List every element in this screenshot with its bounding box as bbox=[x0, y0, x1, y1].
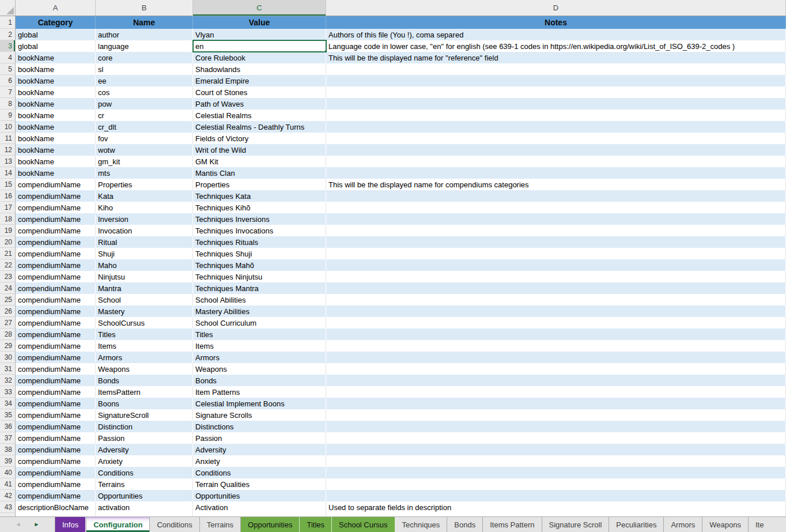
cell-A38[interactable]: compendiumName bbox=[16, 444, 96, 455]
cell-C8[interactable]: Path of Waves bbox=[193, 98, 326, 110]
cell-D23[interactable] bbox=[326, 271, 786, 282]
cell-B12[interactable]: wotw bbox=[96, 144, 193, 156]
row-header-36[interactable]: 36 bbox=[0, 421, 16, 432]
row-header-7[interactable]: 7 bbox=[0, 86, 16, 98]
cell-A23[interactable]: compendiumName bbox=[16, 271, 96, 282]
cell-A26[interactable]: compendiumName bbox=[16, 305, 96, 317]
row-header-11[interactable]: 11 bbox=[0, 133, 16, 144]
column-header-a[interactable]: A bbox=[16, 0, 96, 16]
row-header-35[interactable]: 35 bbox=[0, 409, 16, 421]
cell-B19[interactable]: Invocation bbox=[96, 225, 193, 236]
cell-C21[interactable]: Techniques Shuji bbox=[193, 248, 326, 259]
sheet-tab-bonds[interactable]: Bonds bbox=[447, 517, 483, 532]
row-header-26[interactable]: 26 bbox=[0, 305, 16, 317]
row-header-4[interactable]: 4 bbox=[0, 52, 16, 63]
select-all-corner[interactable] bbox=[0, 0, 16, 16]
cell-C26[interactable]: Mastery Abilities bbox=[193, 305, 326, 317]
cell-B20[interactable]: Ritual bbox=[96, 236, 193, 248]
cell-C10[interactable]: Celestial Realms - Deathly Turns bbox=[193, 121, 326, 133]
sheet-tab-titles[interactable]: Titles bbox=[300, 517, 332, 532]
row-header-6[interactable]: 6 bbox=[0, 75, 16, 86]
cell-C14[interactable]: Mantis Clan bbox=[193, 167, 326, 179]
cell-B37[interactable]: Passion bbox=[96, 432, 193, 444]
cell-D31[interactable] bbox=[326, 363, 786, 375]
cell-A4[interactable]: bookName bbox=[16, 52, 96, 63]
cell-A19[interactable]: compendiumName bbox=[16, 225, 96, 236]
cell-B35[interactable]: SignatureScroll bbox=[96, 409, 193, 421]
column-header-d[interactable]: D bbox=[326, 0, 786, 16]
row-header-27[interactable]: 27 bbox=[0, 317, 16, 329]
cell-D8[interactable] bbox=[326, 98, 786, 110]
cell-D39[interactable] bbox=[326, 455, 786, 467]
cell-D6[interactable] bbox=[326, 75, 786, 86]
cell-C5[interactable]: Shadowlands bbox=[193, 63, 326, 75]
table-header-name[interactable]: Name bbox=[96, 16, 193, 29]
cell-C3[interactable]: en bbox=[193, 40, 326, 52]
cell-A7[interactable]: bookName bbox=[16, 86, 96, 98]
cell-B32[interactable]: Bonds bbox=[96, 375, 193, 386]
cell-A18[interactable]: compendiumName bbox=[16, 213, 96, 225]
row-header-12[interactable]: 12 bbox=[0, 144, 16, 156]
sheet-tab-conditions[interactable]: Conditions bbox=[150, 517, 199, 532]
cell-B33[interactable]: ItemsPattern bbox=[96, 386, 193, 398]
row-header-14[interactable]: 14 bbox=[0, 167, 16, 179]
cell-B6[interactable]: ee bbox=[96, 75, 193, 86]
cell-D17[interactable] bbox=[326, 202, 786, 213]
cell-A41[interactable]: compendiumName bbox=[16, 478, 96, 490]
sheet-tab-items-pattern[interactable]: Items Pattern bbox=[483, 517, 542, 532]
sheet-tab-weapons[interactable]: Weapons bbox=[702, 517, 749, 532]
cell-D10[interactable] bbox=[326, 121, 786, 133]
cell-C16[interactable]: Techniques Kata bbox=[193, 190, 326, 202]
cell-C23[interactable]: Techniques Ninjutsu bbox=[193, 271, 326, 282]
cell-A29[interactable]: compendiumName bbox=[16, 340, 96, 352]
sheet-tab-signature-scroll[interactable]: Signature Scroll bbox=[542, 517, 610, 532]
row-header-25[interactable]: 25 bbox=[0, 294, 16, 305]
cell-B34[interactable]: Boons bbox=[96, 398, 193, 409]
cell-B31[interactable]: Weapons bbox=[96, 363, 193, 375]
row-header-16[interactable]: 16 bbox=[0, 190, 16, 202]
cell-B7[interactable]: cos bbox=[96, 86, 193, 98]
cell-D21[interactable] bbox=[326, 248, 786, 259]
cell-B36[interactable]: Distinction bbox=[96, 421, 193, 432]
cell-C31[interactable]: Weapons bbox=[193, 363, 326, 375]
row-header-30[interactable]: 30 bbox=[0, 352, 16, 363]
cell-A13[interactable]: bookName bbox=[16, 156, 96, 167]
cell-D3[interactable]: Language code in lower case, "en" for en… bbox=[326, 40, 786, 52]
row-header-1[interactable]: 1 bbox=[0, 16, 16, 29]
cell-A30[interactable]: compendiumName bbox=[16, 352, 96, 363]
cell-B10[interactable]: cr_dlt bbox=[96, 121, 193, 133]
sheet-tab-school-cursus[interactable]: School Cursus bbox=[332, 517, 395, 532]
cell-C18[interactable]: Techniques Inversions bbox=[193, 213, 326, 225]
row-header-42[interactable]: 42 bbox=[0, 490, 16, 501]
cell-B40[interactable]: Conditions bbox=[96, 467, 193, 478]
cell-D4[interactable]: This will be the displayed name for "ref… bbox=[326, 52, 786, 63]
cell-A35[interactable]: compendiumName bbox=[16, 409, 96, 421]
cell-C42[interactable]: Opportunities bbox=[193, 490, 326, 501]
row-header-22[interactable]: 22 bbox=[0, 259, 16, 271]
cell-D36[interactable] bbox=[326, 421, 786, 432]
cell-C36[interactable]: Distinctions bbox=[193, 421, 326, 432]
cell-C7[interactable]: Court of Stones bbox=[193, 86, 326, 98]
row-header-9[interactable]: 9 bbox=[0, 110, 16, 121]
cell-A24[interactable]: compendiumName bbox=[16, 282, 96, 294]
cell-C2[interactable]: Vlyan bbox=[193, 29, 326, 40]
cell-D33[interactable] bbox=[326, 386, 786, 398]
cell-A25[interactable]: compendiumName bbox=[16, 294, 96, 305]
cell-A8[interactable]: bookName bbox=[16, 98, 96, 110]
table-header-notes[interactable]: Notes bbox=[326, 16, 786, 29]
cell-A11[interactable]: bookName bbox=[16, 133, 96, 144]
cell-B5[interactable]: sl bbox=[96, 63, 193, 75]
row-header-3[interactable]: 3 bbox=[0, 40, 16, 52]
cell-A2[interactable]: global bbox=[16, 29, 96, 40]
cell-B24[interactable]: Mantra bbox=[96, 282, 193, 294]
sheet-tab-peculiarities[interactable]: Peculiarities bbox=[609, 517, 664, 532]
cell-B22[interactable]: Maho bbox=[96, 259, 193, 271]
cell-B13[interactable]: gm_kit bbox=[96, 156, 193, 167]
row-header-19[interactable]: 19 bbox=[0, 225, 16, 236]
cell-C38[interactable]: Adversity bbox=[193, 444, 326, 455]
cell-B18[interactable]: Inversion bbox=[96, 213, 193, 225]
sheet-tab-ite[interactable]: Ite bbox=[749, 517, 764, 532]
cell-A42[interactable]: compendiumName bbox=[16, 490, 96, 501]
cell-C28[interactable]: Titles bbox=[193, 329, 326, 340]
cell-A31[interactable]: compendiumName bbox=[16, 363, 96, 375]
